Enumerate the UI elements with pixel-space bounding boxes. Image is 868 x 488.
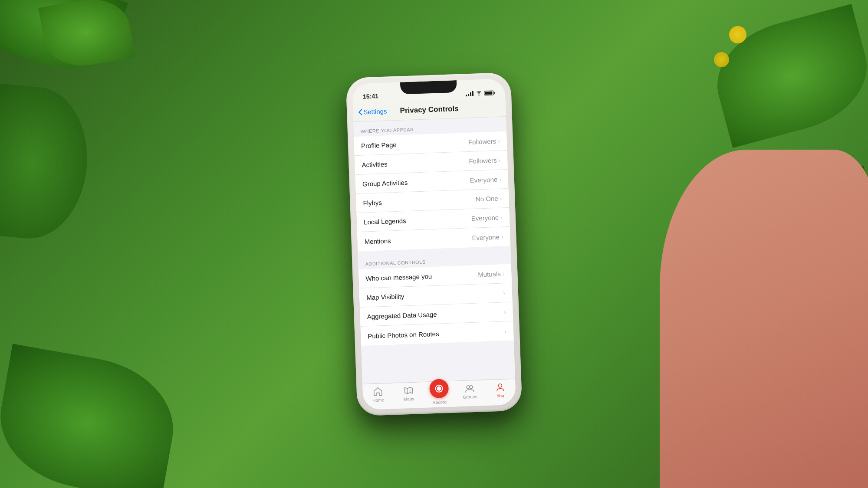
groups-icon: [464, 383, 475, 393]
wifi-icon: [476, 90, 482, 96]
svg-point-8: [498, 383, 502, 387]
chevron-icon-profile-page: ›: [498, 138, 500, 144]
phone-screen: 15:41: [352, 79, 516, 410]
value-text-mentions: Everyone: [472, 233, 500, 241]
fruit-decoration: [729, 26, 746, 43]
settings-group-where-you-appear: Profile Page Followers › Activities Foll…: [354, 131, 510, 251]
value-text-activities: Followers: [469, 156, 497, 164]
tab-home[interactable]: Home: [362, 386, 394, 403]
row-value-activities: Followers ›: [469, 156, 500, 165]
row-value-group-activities: Everyone ›: [470, 175, 502, 184]
tab-record[interactable]: Record: [424, 383, 455, 405]
row-value-who-can-message: Mutuals ›: [478, 270, 505, 278]
tab-home-label: Home: [372, 397, 384, 403]
value-text-who-can-message: Mutuals: [478, 270, 501, 278]
row-value-local-legends: Everyone ›: [471, 213, 503, 222]
tab-maps-label: Maps: [404, 396, 414, 401]
leaf-decoration: [0, 344, 184, 488]
notch: [400, 80, 457, 94]
svg-rect-3: [485, 91, 492, 95]
row-value-aggregated-data: ›: [502, 308, 506, 315]
row-value-map-visibility: ›: [501, 289, 505, 296]
row-value-public-photos: ›: [503, 328, 506, 334]
row-value-mentions: Everyone ›: [472, 233, 503, 241]
tab-record-label: Record: [432, 400, 447, 405]
leaf-decoration: [0, 82, 93, 243]
record-icon: [429, 379, 449, 399]
svg-point-4: [437, 386, 441, 390]
value-text-local-legends: Everyone: [471, 213, 499, 222]
row-value-profile-page: Followers ›: [468, 137, 500, 146]
tab-you-label: You: [496, 393, 504, 398]
phone-container: 15:41: [346, 72, 523, 416]
chevron-icon-aggregated-data: ›: [504, 308, 506, 315]
chevron-icon-public-photos: ›: [504, 328, 506, 334]
tab-you[interactable]: You: [485, 381, 516, 398]
row-label-public-photos: Public Photos on Routes: [368, 330, 439, 340]
fruit-decoration: [714, 52, 729, 67]
you-icon: [495, 382, 506, 393]
svg-rect-2: [494, 92, 495, 94]
chevron-icon-who-can-message: ›: [503, 270, 505, 277]
chevron-icon-group-activities: ›: [499, 176, 501, 183]
phone-shell: 15:41: [346, 72, 523, 416]
chevron-icon-local-legends: ›: [500, 213, 503, 220]
row-label-local-legends: Local Legends: [364, 217, 406, 226]
back-button[interactable]: Settings: [358, 107, 387, 115]
row-label-profile-page: Profile Page: [361, 141, 397, 149]
chevron-icon-map-visibility: ›: [503, 289, 505, 296]
tab-groups[interactable]: Groups: [454, 383, 485, 400]
row-label-who-can-message: Who can message you: [365, 272, 432, 282]
home-icon: [373, 386, 384, 397]
back-chevron-icon: [358, 108, 363, 115]
chevron-icon-flybys: ›: [500, 194, 502, 201]
row-label-flybys: Flybys: [363, 199, 382, 207]
svg-point-0: [479, 95, 480, 95]
hand-shape: [660, 150, 868, 488]
value-text-profile-page: Followers: [468, 137, 496, 145]
tab-maps[interactable]: Maps: [393, 385, 424, 402]
row-label-aggregated-data: Aggregated Data Usage: [367, 310, 437, 320]
tab-bar: Home Maps: [362, 378, 516, 409]
back-label: Settings: [363, 107, 387, 115]
row-label-mentions: Mentions: [364, 236, 391, 245]
svg-point-7: [470, 385, 473, 388]
value-text-group-activities: Everyone: [470, 175, 498, 183]
maps-icon: [403, 385, 414, 396]
tab-groups-label: Groups: [463, 394, 477, 399]
leaf-decoration: [705, 4, 868, 148]
row-label-group-activities: Group Activities: [362, 179, 408, 188]
nav-title: Privacy Controls: [400, 104, 459, 115]
value-text-flybys: No One: [476, 194, 498, 203]
status-time: 15:41: [363, 92, 378, 100]
svg-point-6: [467, 385, 470, 388]
battery-icon: [484, 90, 495, 95]
settings-group-additional-controls: Who can message you Mutuals › Map Visibi…: [358, 264, 514, 345]
signal-icon: [466, 91, 473, 96]
row-value-flybys: No One ›: [476, 194, 502, 203]
status-icons: [466, 90, 495, 96]
row-label-map-visibility: Map Visibility: [366, 292, 404, 301]
chevron-icon-mentions: ›: [501, 233, 503, 240]
chevron-icon-activities: ›: [498, 157, 500, 164]
row-label-activities: Activities: [362, 160, 388, 168]
content-area[interactable]: WHERE YOU APPEAR Profile Page Followers …: [353, 117, 515, 384]
